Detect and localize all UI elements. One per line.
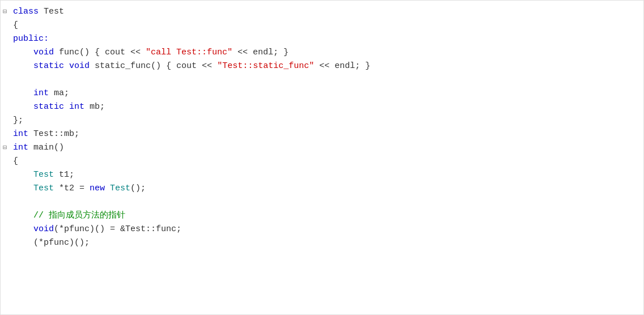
code-line: static void static_func() { cout << "Tes… [1,59,643,73]
line-text: int Test::mb; [11,127,79,141]
code-line: void func() { cout << "call Test::func" … [1,46,643,59]
code-line: void(*pfunc)() = &Test::func; [1,223,643,236]
code-line: { [1,155,643,168]
code-line [1,195,643,209]
fold-open-icon[interactable]: ⊟ [3,7,11,18]
code-line: Test *t2 = new Test(); [1,182,643,195]
line-text: public: [11,32,49,46]
line-text: class Test [11,5,64,19]
code-line: { [1,19,643,32]
line-text: Test t1; [11,168,74,182]
code-line: int ma; [1,87,643,100]
code-line: }; [1,114,643,127]
line-text: int main() [11,141,64,155]
fold-open-icon[interactable]: ⊟ [3,143,11,154]
line-text: { [11,19,18,32]
line-text: static int mb; [11,100,105,114]
code-line: ⊟class Test [1,5,643,19]
code-line: ⊟int main() [1,141,643,155]
line-text: (*pfunc)(); [11,236,90,250]
code-editor: ⊟class Test { public: void func() { cout… [0,0,644,315]
code-line: static int mb; [1,100,643,114]
code-line: public: [1,32,643,46]
code-line: int Test::mb; [1,127,643,141]
line-text: static void static_func() { cout << "Tes… [11,59,370,73]
code-line [1,73,643,87]
line-text: }; [11,114,23,127]
code-line: (*pfunc)(); [1,236,643,250]
line-text: Test *t2 = new Test(); [11,182,146,195]
code-line: // 指向成员方法的指针 [1,209,643,223]
line-text: void func() { cout << "call Test::func" … [11,46,289,59]
line-text: void(*pfunc)() = &Test::func; [11,223,181,236]
line-text: int ma; [11,87,69,100]
code-line: Test t1; [1,168,643,182]
line-text: // 指向成员方法的指针 [11,209,125,223]
line-text: { [11,155,18,168]
